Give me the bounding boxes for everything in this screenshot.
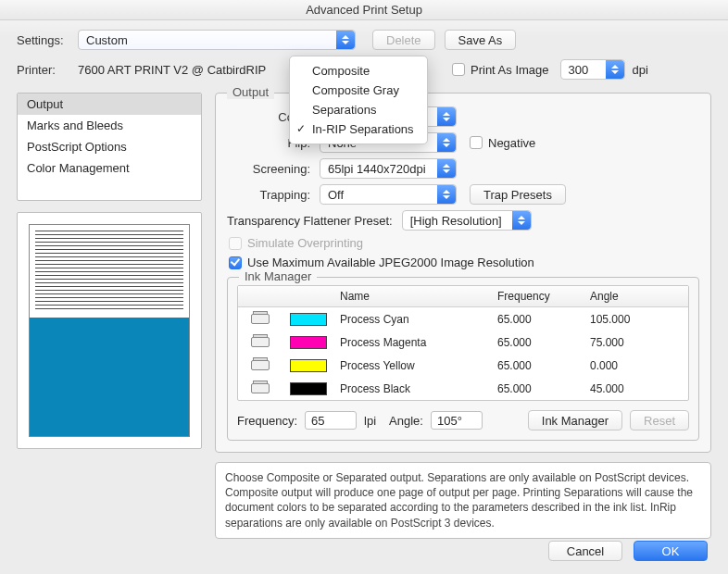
ink-angle: 75.000 bbox=[583, 332, 666, 353]
ink-swatch bbox=[290, 359, 327, 372]
lpi-label: lpi bbox=[364, 414, 376, 428]
settings-label: Settings: bbox=[17, 33, 72, 47]
ink-angle: 105.000 bbox=[583, 309, 666, 330]
ink-name: Process Black bbox=[333, 379, 490, 399]
trapping-label: Trapping: bbox=[227, 188, 310, 202]
preview-text-block bbox=[35, 231, 183, 312]
save-as-button[interactable]: Save As bbox=[445, 30, 517, 50]
help-text: Choose Composite or Separated output. Se… bbox=[215, 462, 711, 539]
settings-value: Custom bbox=[86, 33, 128, 47]
ink-angle: 0.000 bbox=[583, 356, 666, 376]
print-as-image-label: Print As Image bbox=[471, 63, 549, 77]
window-title: Advanced Print Setup bbox=[0, 0, 728, 20]
jpeg2000-checkbox[interactable] bbox=[229, 256, 242, 269]
output-panel: Output Color: Flip: None bbox=[215, 93, 711, 453]
list-item[interactable]: PostScript Options bbox=[18, 136, 201, 157]
trapping-value: Off bbox=[328, 188, 344, 202]
ink-freq: 65.000 bbox=[490, 379, 583, 399]
ink-freq: 65.000 bbox=[490, 356, 583, 376]
printer-icon bbox=[251, 381, 270, 393]
frequency-input[interactable] bbox=[305, 411, 357, 430]
delete-button[interactable]: Delete bbox=[372, 30, 435, 50]
table-header: Name Frequency Angle bbox=[238, 286, 688, 307]
dpi-select[interactable]: 300 bbox=[560, 59, 625, 80]
ok-button[interactable]: OK bbox=[634, 541, 708, 561]
ink-swatch bbox=[290, 382, 327, 395]
ink-name: Process Yellow bbox=[333, 356, 490, 376]
chevron-updown-icon bbox=[437, 133, 456, 152]
color-dropdown-menu[interactable]: Composite Composite Gray Separations In-… bbox=[289, 56, 428, 144]
table-row[interactable]: Process Magenta65.00075.000 bbox=[238, 331, 688, 354]
reset-button[interactable]: Reset bbox=[630, 410, 689, 430]
chevron-updown-icon bbox=[437, 159, 456, 178]
page-preview bbox=[17, 212, 202, 449]
ink-manager-panel: Ink Manager Name Frequency Angle Process… bbox=[227, 277, 699, 441]
transparency-value: [High Resolution] bbox=[410, 214, 502, 228]
trapping-select[interactable]: Off bbox=[320, 184, 457, 205]
ink-legend: Ink Manager bbox=[239, 269, 317, 283]
angle-label: Angle: bbox=[389, 414, 423, 428]
transparency-label: Transparency Flattener Preset: bbox=[227, 214, 393, 228]
frequency-label: Frequency: bbox=[237, 414, 297, 428]
dropdown-option[interactable]: In-RIP Separations bbox=[290, 119, 427, 139]
angle-input[interactable] bbox=[431, 411, 483, 430]
dropdown-option[interactable]: Composite Gray bbox=[290, 81, 427, 100]
printer-icon bbox=[251, 311, 270, 324]
dropdown-option[interactable]: Composite bbox=[290, 61, 427, 81]
printer-label: Printer: bbox=[17, 63, 72, 77]
ink-table[interactable]: Name Frequency Angle Process Cyan65.0001… bbox=[237, 285, 689, 401]
table-row[interactable]: Process Yellow65.0000.000 bbox=[238, 354, 688, 377]
section-list[interactable]: Output Marks and Bleeds PostScript Optio… bbox=[17, 93, 202, 201]
simulate-overprint-checkbox bbox=[229, 237, 242, 250]
col-name: Name bbox=[333, 286, 490, 306]
ink-manager-button[interactable]: Ink Manager bbox=[528, 410, 622, 430]
cancel-button[interactable]: Cancel bbox=[548, 541, 622, 561]
trap-presets-button[interactable]: Trap Presets bbox=[470, 184, 566, 205]
ink-freq: 65.000 bbox=[490, 309, 583, 330]
table-row[interactable]: Process Black65.00045.000 bbox=[238, 377, 688, 400]
dropdown-option[interactable]: Separations bbox=[290, 100, 427, 119]
jpeg2000-label: Use Maximum Available JPEG2000 Image Res… bbox=[247, 256, 534, 269]
ink-name: Process Cyan bbox=[333, 309, 490, 330]
list-item[interactable]: Output bbox=[18, 94, 201, 115]
chevron-updown-icon bbox=[437, 185, 456, 204]
screening-label: Screening: bbox=[227, 162, 310, 176]
list-item[interactable]: Color Management bbox=[18, 157, 201, 179]
table-row[interactable]: Process Cyan65.000105.000 bbox=[238, 307, 688, 331]
print-as-image-checkbox[interactable] bbox=[452, 63, 465, 76]
list-item bbox=[18, 179, 201, 200]
dpi-value: 300 bbox=[569, 63, 589, 77]
col-angle: Angle bbox=[583, 286, 666, 306]
printer-icon bbox=[251, 357, 270, 370]
chevron-updown-icon bbox=[512, 211, 531, 230]
ink-swatch bbox=[290, 336, 327, 349]
negative-checkbox[interactable] bbox=[470, 136, 483, 149]
panel-legend: Output bbox=[227, 85, 274, 99]
chevron-updown-icon bbox=[336, 31, 355, 49]
ink-name: Process Magenta bbox=[333, 332, 490, 353]
ink-freq: 65.000 bbox=[490, 332, 583, 353]
chevron-updown-icon bbox=[437, 107, 456, 126]
negative-label: Negative bbox=[488, 136, 535, 150]
simulate-overprint-label: Simulate Overprinting bbox=[247, 236, 363, 250]
col-freq: Frequency bbox=[490, 286, 583, 306]
ink-swatch bbox=[290, 313, 327, 326]
chevron-updown-icon bbox=[606, 60, 624, 79]
transparency-select[interactable]: [High Resolution] bbox=[402, 210, 532, 231]
screening-value: 65lpi 1440x720dpi bbox=[328, 162, 426, 176]
screening-select[interactable]: 65lpi 1440x720dpi bbox=[320, 158, 457, 179]
dpi-unit: dpi bbox=[633, 63, 648, 77]
printer-icon bbox=[251, 334, 270, 347]
settings-select[interactable]: Custom bbox=[78, 30, 356, 50]
ink-angle: 45.000 bbox=[583, 379, 666, 399]
list-item[interactable]: Marks and Bleeds bbox=[18, 115, 201, 136]
preview-color-fill bbox=[30, 318, 189, 436]
